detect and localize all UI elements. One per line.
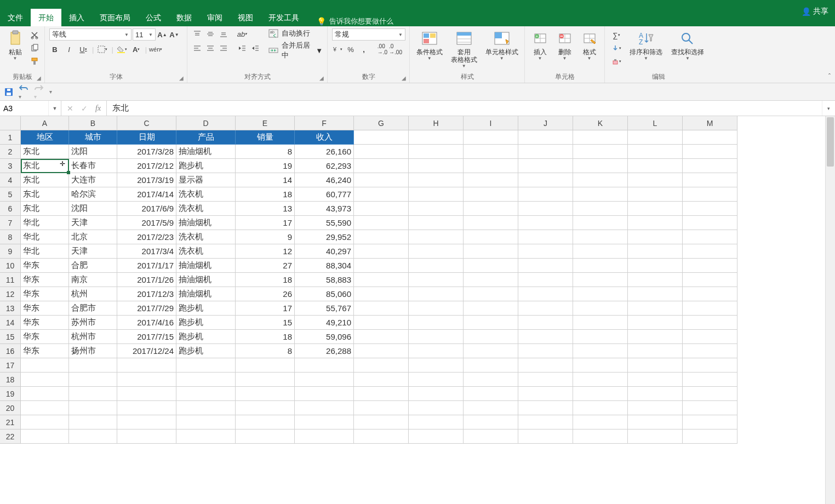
select-all-corner[interactable]: [0, 116, 21, 130]
cell[interactable]: [354, 173, 409, 187]
cell[interactable]: [628, 187, 683, 202]
cell[interactable]: [69, 415, 117, 429]
cell[interactable]: 东北: [21, 145, 69, 159]
cell[interactable]: [628, 429, 683, 444]
cell[interactable]: 收入: [295, 130, 354, 145]
column-header[interactable]: G: [354, 116, 409, 130]
cell[interactable]: 华东: [21, 287, 69, 301]
cell[interactable]: 2017/4/16: [117, 316, 176, 330]
delete-cells-button[interactable]: 删除 ▼: [554, 28, 575, 61]
cell[interactable]: 60,777: [295, 187, 354, 202]
cell[interactable]: 华北: [21, 230, 69, 244]
cell[interactable]: [628, 202, 683, 216]
cell[interactable]: 日期: [117, 130, 176, 145]
cell[interactable]: [354, 273, 409, 287]
align-right-button[interactable]: [218, 43, 229, 54]
cell[interactable]: [518, 316, 573, 330]
cell[interactable]: [117, 387, 176, 401]
column-header[interactable]: J: [518, 116, 573, 130]
cell[interactable]: 杭州: [69, 287, 117, 301]
cell[interactable]: [683, 344, 737, 358]
cell[interactable]: [518, 202, 573, 216]
cell[interactable]: [573, 244, 628, 259]
tell-me[interactable]: 💡 告诉我你想要做什么: [317, 16, 393, 26]
cell[interactable]: [117, 429, 176, 444]
row-header[interactable]: 8: [0, 230, 21, 244]
cell[interactable]: [628, 130, 683, 145]
cell[interactable]: 长春市: [69, 159, 117, 173]
cell[interactable]: [295, 358, 354, 373]
cell[interactable]: [683, 373, 737, 387]
ribbon-tab-4[interactable]: 公式: [138, 9, 169, 26]
cell[interactable]: [518, 187, 573, 202]
cell[interactable]: [573, 216, 628, 230]
cell[interactable]: [683, 216, 737, 230]
cell[interactable]: [518, 429, 573, 444]
cancel-formula-button[interactable]: ✕: [67, 104, 73, 113]
cell[interactable]: 43,973: [295, 202, 354, 216]
cell[interactable]: [683, 316, 737, 330]
cell[interactable]: [409, 344, 464, 358]
cell[interactable]: [518, 401, 573, 415]
cell[interactable]: [117, 358, 176, 373]
paste-button[interactable]: 粘贴 ▼: [4, 28, 26, 61]
cell[interactable]: 沈阳: [69, 145, 117, 159]
cell[interactable]: [628, 287, 683, 301]
cell[interactable]: [683, 429, 737, 444]
cut-button[interactable]: [29, 30, 40, 41]
cell[interactable]: [683, 130, 737, 145]
cell[interactable]: [573, 358, 628, 373]
cell[interactable]: [683, 415, 737, 429]
cell[interactable]: [683, 244, 737, 259]
cell[interactable]: 显示器: [176, 173, 236, 187]
cell[interactable]: 产品: [176, 130, 236, 145]
cell[interactable]: [354, 287, 409, 301]
column-header[interactable]: I: [464, 116, 518, 130]
cell[interactable]: 洗衣机: [176, 244, 236, 259]
cell[interactable]: [409, 159, 464, 173]
row-header[interactable]: 20: [0, 401, 21, 415]
cell[interactable]: [21, 401, 69, 415]
cell[interactable]: [354, 230, 409, 244]
cell[interactable]: [409, 259, 464, 273]
share-button[interactable]: 👤 共享: [802, 7, 828, 16]
row-header[interactable]: 2: [0, 145, 21, 159]
cell[interactable]: [683, 173, 737, 187]
ribbon-tab-2[interactable]: 插入: [61, 9, 92, 26]
cell[interactable]: [117, 401, 176, 415]
wrap-text-button[interactable]: ab 自动换行: [268, 28, 323, 38]
cell[interactable]: [573, 387, 628, 401]
cell[interactable]: [409, 130, 464, 145]
cell[interactable]: [573, 316, 628, 330]
cell[interactable]: [354, 387, 409, 401]
cell[interactable]: [464, 429, 518, 444]
cell[interactable]: [683, 202, 737, 216]
insert-cells-button[interactable]: + 插入 ▼: [529, 28, 551, 61]
phonetic-button[interactable]: wén▾: [150, 44, 161, 55]
cell[interactable]: [573, 159, 628, 173]
spreadsheet-grid[interactable]: ABCDEFGHIJKLM1地区城市日期产品销量收入2东北沈阳2017/3/28…: [0, 116, 737, 444]
cell[interactable]: 15: [236, 316, 295, 330]
bold-button[interactable]: B: [49, 44, 60, 55]
align-bottom-button[interactable]: [218, 28, 229, 39]
cell[interactable]: [464, 387, 518, 401]
cell[interactable]: [464, 130, 518, 145]
cell[interactable]: 北京: [69, 230, 117, 244]
cell[interactable]: [573, 145, 628, 159]
cell[interactable]: 跑步机: [176, 344, 236, 358]
decrease-font-button[interactable]: A▼: [169, 29, 180, 40]
cell[interactable]: [573, 301, 628, 316]
vertical-scrollbar[interactable]: [825, 116, 835, 504]
column-header[interactable]: E: [236, 116, 295, 130]
format-painter-button[interactable]: [29, 56, 40, 67]
expand-formula-bar-button[interactable]: ▾: [822, 101, 835, 116]
cell[interactable]: [21, 429, 69, 444]
font-color-button[interactable]: A▾: [131, 44, 142, 55]
font-name-select[interactable]: 等线▼: [49, 28, 131, 41]
cell[interactable]: [409, 358, 464, 373]
cell[interactable]: [354, 316, 409, 330]
row-header[interactable]: 5: [0, 187, 21, 202]
cell[interactable]: [628, 145, 683, 159]
cell[interactable]: [683, 387, 737, 401]
cell[interactable]: [628, 216, 683, 230]
